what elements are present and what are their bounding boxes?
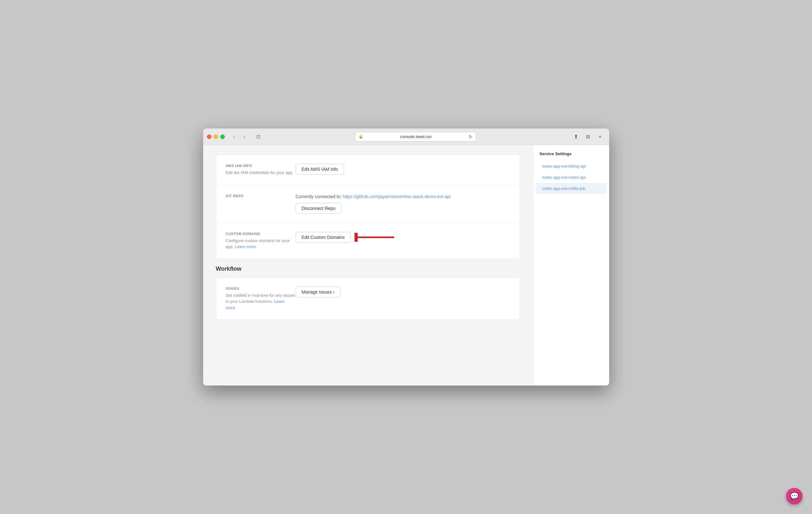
sidebar: Service Settings notes-app-ext-billing-a… [533,145,609,385]
sidebar-item-billing-api[interactable]: notes-app-ext-billing-api [536,161,607,172]
git-repo-label: GIT REPO [226,194,296,198]
url-text: console.seed.run [365,134,467,139]
issues-label: ISSUES [226,287,296,290]
forward-button[interactable]: › [240,133,249,141]
minimize-button[interactable] [214,135,218,139]
custom-domains-label: CUSTOM DOMAINS [226,232,296,236]
workflow-card: ISSUES Get notified in real-time for any… [216,277,520,320]
toolbar-right: ⬆ ⧉ + [571,132,605,141]
custom-domains-action-col: Edit Custom Domains [296,232,510,243]
arrow-annotation: Edit Custom Domains [296,232,510,243]
nav-buttons: ‹ › [230,133,249,141]
connected-text: Currently connected to: https://github.c… [296,194,510,199]
manage-issues-button[interactable]: Manage Issues › [296,287,341,297]
aws-iam-description: Edit the IAM credentials for your app. [226,170,296,176]
aws-iam-label: AWS IAM INFO [226,164,296,168]
sidebar-item-notify-job[interactable]: notes-app-ext-notify-job [536,183,607,194]
sidebar-title: Service Settings [533,151,609,161]
git-repo-row: GIT REPO Currently connected to: https:/… [216,185,520,223]
issues-description: Get notified in real-time for any issues… [226,292,296,311]
custom-domains-label-col: CUSTOM DOMAINS Configure custom domains … [226,232,296,250]
aws-iam-action-col: Edit AWS IAM Info [296,164,510,175]
repo-link[interactable]: https://github.com/jayair/serverless-sta… [343,194,451,199]
issues-row: ISSUES Get notified in real-time for any… [216,278,520,320]
disconnect-repo-button[interactable]: Disconnect Repo [296,203,342,214]
settings-card: AWS IAM INFO Edit the IAM credentials fo… [216,154,520,259]
chat-button[interactable]: 💬 [786,488,803,505]
red-arrow-icon [354,233,396,242]
git-repo-action-col: Currently connected to: https://github.c… [296,194,510,214]
sidebar-toggle-button[interactable]: ⊡ [254,133,263,141]
lock-icon: 🔒 [359,135,363,139]
new-tab-button[interactable]: ⧉ [583,132,593,141]
traffic-lights [207,135,225,139]
add-button[interactable]: + [595,132,605,141]
custom-domains-description: Configure custom domains for your app. L… [226,237,296,250]
maximize-button[interactable] [220,135,225,139]
browser-window: ‹ › ⊡ 🔒 console.seed.run ↻ ⬆ ⧉ + [203,128,609,385]
share-button[interactable]: ⬆ [571,132,581,141]
edit-custom-domains-button[interactable]: Edit Custom Domains [296,232,351,243]
custom-domains-row: CUSTOM DOMAINS Configure custom domains … [216,223,520,259]
back-button[interactable]: ‹ [230,133,239,141]
workflow-section: Workflow ISSUES Get notified in real-tim… [216,265,520,320]
custom-domains-learn-more[interactable]: Learn more. [235,244,257,249]
chat-icon: 💬 [790,492,799,500]
page-content: AWS IAM INFO Edit the IAM credentials fo… [203,145,609,385]
aws-iam-label-col: AWS IAM INFO Edit the IAM credentials fo… [226,164,296,176]
sidebar-item-notes-api[interactable]: notes-app-ext-notes-api [536,172,607,183]
address-bar-wrapper: 🔒 console.seed.run ↻ [265,132,566,142]
issues-label-col: ISSUES Get notified in real-time for any… [226,287,296,311]
arrow-container [354,233,396,242]
workflow-title: Workflow [216,265,520,272]
connected-prefix: Currently connected to: [296,194,342,199]
issues-action-col: Manage Issues › [296,287,510,297]
git-repo-label-col: GIT REPO [226,194,296,200]
address-bar[interactable]: 🔒 console.seed.run ↻ [355,132,476,142]
main-area: AWS IAM INFO Edit the IAM credentials fo… [203,145,533,385]
aws-iam-row: AWS IAM INFO Edit the IAM credentials fo… [216,155,520,185]
edit-aws-iam-button[interactable]: Edit AWS IAM Info [296,164,344,175]
close-button[interactable] [207,135,211,139]
title-bar: ‹ › ⊡ 🔒 console.seed.run ↻ ⬆ ⧉ + [203,128,609,145]
reload-button[interactable]: ↻ [469,134,472,139]
